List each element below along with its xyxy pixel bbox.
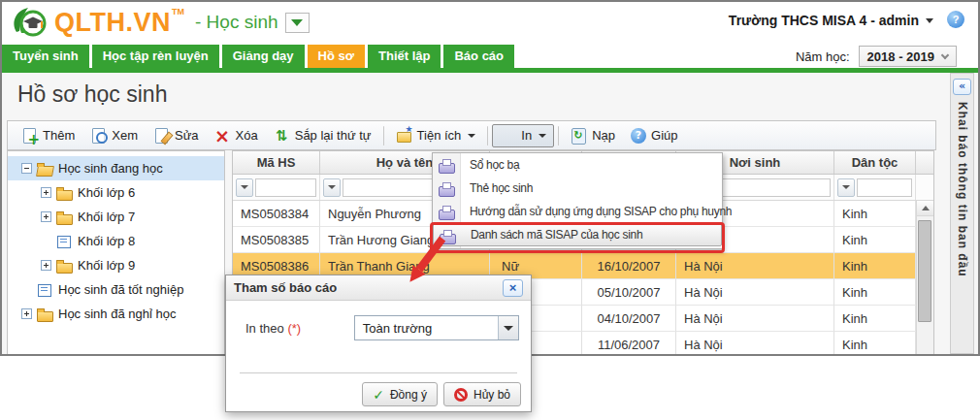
nav-tab[interactable]: Thiết lập <box>368 45 441 68</box>
logo-icon <box>10 3 49 42</box>
scroll-up-button[interactable] <box>917 201 933 216</box>
nav-tab[interactable]: Hồ sơ <box>308 45 365 68</box>
collapse-icon[interactable]: « <box>953 79 971 95</box>
tree-item[interactable]: Học sinh đã nghỉ học <box>8 302 224 326</box>
chevron-down-icon <box>241 185 248 189</box>
tree-expander-icon[interactable] <box>21 163 32 174</box>
filter-input[interactable] <box>255 178 316 197</box>
cell-birthdate: 05/10/2007 <box>582 279 676 306</box>
toolbar-button[interactable]: Tiện ích <box>388 124 484 147</box>
vertical-scrollbar[interactable] <box>916 201 933 354</box>
required-mark: (*) <box>287 321 301 336</box>
tree-item[interactable]: Khối lớp 9 <box>8 253 224 277</box>
report-params-dialog: Tham số báo cáo × In theo (*) Toàn trườn… <box>225 275 532 412</box>
printer-icon <box>439 159 455 172</box>
toolbar-button-label: Thêm <box>43 128 75 143</box>
toolbar-button[interactable]: In <box>492 124 554 147</box>
toolbar-button[interactable]: Giúp <box>623 124 685 147</box>
print-scope-combobox[interactable]: Toàn trường <box>354 315 519 340</box>
chevron-up-icon <box>922 206 930 210</box>
filter-dropdown-button[interactable] <box>236 178 253 197</box>
close-icon[interactable]: × <box>503 279 523 297</box>
print-menu-item-label: Hướng dẫn sử dụng ứng dụng SISAP cho phụ… <box>470 205 732 218</box>
school-year-select[interactable]: 2018 - 2019 <box>859 46 957 67</box>
tree-expander-icon[interactable] <box>41 211 51 222</box>
school-year-value: 2018 - 2019 <box>867 49 934 64</box>
scrollbar-thumb[interactable] <box>918 220 931 322</box>
tree-item[interactable]: Khối lớp 6 <box>8 180 224 205</box>
tree-item[interactable]: Khối lớp 8 <box>8 229 224 253</box>
nav-tab[interactable]: Tuyển sinh <box>2 45 89 68</box>
tree-node-icon <box>56 259 73 273</box>
toolbar-button-icon <box>90 128 107 144</box>
tree-node-icon <box>37 307 53 321</box>
filter-dropdown-button[interactable] <box>837 178 855 197</box>
cell-ethnicity: Kinh <box>834 253 916 279</box>
help-icon[interactable]: ? <box>947 11 964 28</box>
tree-expander-icon[interactable] <box>41 187 51 198</box>
account-menu[interactable]: Trường THCS MISA 4 - admin <box>729 13 933 28</box>
print-menu-item-label: Sổ học bạ <box>470 158 519 172</box>
chevron-down-icon <box>941 50 949 58</box>
toolbar-button-label: Xóa <box>236 128 258 143</box>
tree-item-label: Khối lớp 7 <box>78 210 135 224</box>
printer-icon <box>439 206 455 218</box>
cell-birthplace: Hà Nội <box>676 332 834 355</box>
toolbar-button-icon <box>396 128 412 144</box>
nav-tab[interactable]: Học tập rèn luyện <box>92 45 219 68</box>
ok-button[interactable]: ✓ Đồng ý <box>362 382 438 406</box>
print-menu-item[interactable]: Thẻ học sinh <box>433 177 722 200</box>
tree-node-icon <box>37 283 53 297</box>
cell-birthplace: Hà Nội <box>676 306 834 332</box>
ok-button-label: Đồng ý <box>390 388 427 402</box>
cell-birthdate: 04/10/2007 <box>582 306 676 332</box>
toolbar-button-icon <box>274 128 290 144</box>
initial-info-sidebar[interactable]: « Khai báo thông tin ban đầu <box>950 73 974 354</box>
toolbar-button-label: Giúp <box>651 128 677 143</box>
chevron-down-icon <box>926 18 933 23</box>
toolbar-button[interactable] <box>558 126 559 145</box>
tree-item-label: Khối lớp 8 <box>78 234 135 248</box>
toolbar-button[interactable]: Thêm <box>14 124 82 147</box>
toolbar-button[interactable]: Sắp lại thứ tự <box>266 124 379 147</box>
toolbar-button[interactable] <box>487 126 488 145</box>
cell-ethnicity: Kinh <box>834 306 916 332</box>
printer-icon <box>439 182 455 195</box>
nav-tab[interactable]: Giảng dạy <box>222 45 305 68</box>
tree-item[interactable]: Học sinh đang học <box>8 156 224 180</box>
toolbar-button[interactable]: Sửa <box>146 124 207 147</box>
toolbar-button-label: Sắp lại thứ tự <box>295 128 372 143</box>
toolbar-button-label: Tiện ích <box>417 128 462 143</box>
module-title: - Học sinh <box>195 12 278 33</box>
toolbar-button-label: Nạp <box>592 128 615 143</box>
sidebar-label: Khai báo thông tin ban đầu <box>956 102 969 277</box>
student-group-tree: Học sinh đang học Khối lớp 6 Khối lớp 7 … <box>7 150 225 355</box>
toolbar-button-icon <box>153 128 170 144</box>
filter-cell <box>834 175 916 200</box>
toolbar-button[interactable]: Xóa <box>207 124 266 147</box>
school-year-label: Năm học: <box>796 49 850 64</box>
column-header[interactable]: Dân tộc <box>834 151 916 174</box>
toolbar-button-label: Xem <box>112 128 138 143</box>
print-menu-item[interactable]: Hướng dẫn sử dụng ứng dụng SISAP cho phụ… <box>433 200 722 223</box>
module-dropdown-button[interactable] <box>285 13 310 33</box>
tree-expander-icon[interactable] <box>41 260 51 271</box>
combo-arrow-button[interactable] <box>498 316 518 339</box>
filter-dropdown-button[interactable] <box>323 178 341 197</box>
chevron-down-icon <box>291 19 303 26</box>
chevron-down-icon <box>842 185 850 189</box>
school-account-label: Trường THCS MISA 4 - admin <box>729 13 919 28</box>
chevron-down-icon <box>328 185 336 189</box>
toolbar-button[interactable]: Nạp <box>563 124 623 147</box>
cancel-button[interactable]: Hủy bỏ <box>443 382 521 406</box>
print-menu-item[interactable]: Sổ học bạ <box>433 153 722 177</box>
filter-input[interactable] <box>857 178 912 197</box>
tree-expander-icon[interactable] <box>21 308 32 319</box>
toolbar-button[interactable] <box>383 126 384 145</box>
dialog-separator <box>240 372 517 373</box>
nav-tab[interactable]: Báo cáo <box>443 45 514 68</box>
tree-item[interactable]: Khối lớp 7 <box>8 205 224 229</box>
column-header[interactable]: Mã HS <box>233 151 320 174</box>
toolbar-button[interactable]: Xem <box>82 124 146 147</box>
tree-item[interactable]: Học sinh đã tốt nghiệp <box>8 277 224 302</box>
